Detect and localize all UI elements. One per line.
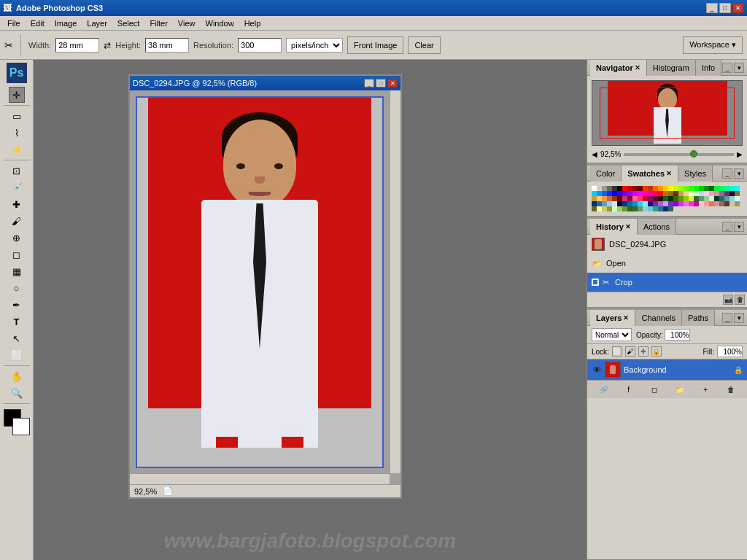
color-swatch-cell[interactable]: [719, 201, 724, 206]
color-swatch-cell[interactable]: [612, 201, 617, 206]
color-swatch-cell[interactable]: [617, 191, 622, 196]
nav-zoom-slider[interactable]: [624, 153, 734, 156]
swatches-panel-minimize[interactable]: _: [722, 168, 732, 179]
color-swatch-cell[interactable]: [714, 196, 719, 201]
color-swatch-cell[interactable]: [607, 186, 612, 191]
menu-help[interactable]: Help: [240, 18, 266, 29]
tab-info[interactable]: Info: [696, 60, 721, 76]
color-swatch-cell[interactable]: [648, 196, 653, 201]
swatches-panel-menu[interactable]: ▾: [734, 168, 744, 179]
color-swatch-cell[interactable]: [638, 201, 643, 206]
color-swatch-cell[interactable]: [632, 186, 638, 191]
color-swatch-cell[interactable]: [724, 186, 729, 191]
layer-item-background[interactable]: 👁 Background 🔒: [587, 359, 747, 380]
menu-image[interactable]: Image: [50, 18, 82, 29]
color-swatch-cell[interactable]: [668, 186, 673, 191]
color-swatch-cell[interactable]: [602, 201, 607, 206]
history-item-open[interactable]: 📂 Open: [587, 254, 747, 273]
eyedropper-tool[interactable]: 💉: [9, 179, 25, 195]
color-swatch-cell[interactable]: [658, 201, 663, 206]
navigator-panel-minimize[interactable]: _: [722, 63, 732, 73]
color-swatch-cell[interactable]: [632, 191, 638, 196]
color-swatch-cell[interactable]: [673, 186, 678, 191]
color-swatch-cell[interactable]: [597, 196, 602, 201]
color-swatch-cell[interactable]: [704, 186, 709, 191]
color-swatch-cell[interactable]: [699, 186, 704, 191]
color-swatch-cell[interactable]: [627, 191, 632, 196]
color-swatch-cell[interactable]: [658, 206, 663, 211]
minimize-button[interactable]: _: [706, 3, 718, 13]
path-select-tool[interactable]: ↖: [9, 330, 25, 346]
color-swatch-cell[interactable]: [684, 201, 689, 206]
color-swatch-cell[interactable]: [714, 201, 719, 206]
height-input[interactable]: [145, 38, 189, 52]
color-swatch-cell[interactable]: [724, 191, 729, 196]
layers-panel-minimize[interactable]: _: [722, 313, 732, 323]
color-swatch-cell[interactable]: [643, 196, 648, 201]
color-swatch-cell[interactable]: [663, 191, 668, 196]
tab-layers[interactable]: Layers ✕: [590, 310, 635, 326]
color-swatch-cell[interactable]: [592, 196, 597, 201]
color-swatch-cell[interactable]: [612, 206, 617, 211]
nav-zoom-in-icon[interactable]: ▶: [737, 150, 743, 158]
color-swatch-cell[interactable]: [632, 206, 638, 211]
color-swatch-cell[interactable]: [704, 196, 709, 201]
color-swatch-cell[interactable]: [643, 201, 648, 206]
color-swatch-cell[interactable]: [678, 186, 684, 191]
delete-layer-button[interactable]: 🗑: [724, 384, 738, 395]
color-swatch-cell[interactable]: [668, 206, 673, 211]
color-swatch-cell[interactable]: [648, 206, 653, 211]
color-swatch-cell[interactable]: [694, 186, 699, 191]
color-swatch-cell[interactable]: [735, 191, 740, 196]
color-swatch-cell[interactable]: [729, 186, 735, 191]
color-swatch-cell[interactable]: [735, 196, 740, 201]
lasso-tool[interactable]: ⌇: [9, 125, 25, 141]
color-swatch-cell[interactable]: [617, 201, 622, 206]
color-swatch-cell[interactable]: [689, 191, 694, 196]
menu-filter[interactable]: Filter: [145, 18, 171, 29]
history-tab-close[interactable]: ✕: [625, 223, 631, 230]
color-swatch-cell[interactable]: [627, 206, 632, 211]
color-swatch-cell[interactable]: [612, 196, 617, 201]
nav-zoom-thumb[interactable]: [690, 150, 697, 158]
color-swatch-cell[interactable]: [617, 196, 622, 201]
color-swatch-cell[interactable]: [735, 201, 740, 206]
gradient-tool[interactable]: ▦: [9, 263, 25, 279]
doc-close-button[interactable]: ✕: [387, 79, 398, 88]
navigator-panel-menu[interactable]: ▾: [734, 63, 744, 73]
color-swatch-cell[interactable]: [709, 196, 714, 201]
color-swatch-cell[interactable]: [597, 206, 602, 211]
color-swatch-cell[interactable]: [643, 186, 648, 191]
layers-tab-close[interactable]: ✕: [623, 314, 629, 322]
color-swatch-cell[interactable]: [658, 186, 663, 191]
color-swatch-cell[interactable]: [602, 206, 607, 211]
add-mask-button[interactable]: ◻: [648, 384, 661, 395]
opacity-input[interactable]: [665, 329, 690, 341]
color-swatch-cell[interactable]: [709, 191, 714, 196]
magic-wand-tool[interactable]: ⚡: [9, 141, 25, 158]
color-swatch-cell[interactable]: [729, 196, 735, 201]
tab-styles[interactable]: Styles: [678, 166, 713, 182]
color-swatch-cell[interactable]: [653, 191, 658, 196]
text-tool[interactable]: T: [9, 314, 25, 330]
color-swatch-cell[interactable]: [663, 186, 668, 191]
history-trash[interactable]: 🗑: [735, 295, 745, 305]
marquee-tool[interactable]: ▭: [9, 108, 25, 124]
front-image-button[interactable]: Front Image: [347, 36, 403, 54]
color-swatch-cell[interactable]: [622, 186, 627, 191]
color-swatch-cell[interactable]: [597, 186, 602, 191]
background-color[interactable]: [12, 418, 30, 435]
color-swatch-cell[interactable]: [735, 186, 740, 191]
color-swatch-cell[interactable]: [592, 186, 597, 191]
color-swatch-cell[interactable]: [663, 206, 668, 211]
color-swatch-cell[interactable]: [694, 201, 699, 206]
color-swatch-cell[interactable]: [694, 191, 699, 196]
layers-panel-menu[interactable]: ▾: [734, 313, 744, 323]
color-swatch-cell[interactable]: [694, 196, 699, 201]
color-swatch-cell[interactable]: [627, 186, 632, 191]
color-swatch-cell[interactable]: [699, 196, 704, 201]
color-swatch-cell[interactable]: [638, 191, 643, 196]
lock-pixels-button[interactable]: 🖌: [625, 346, 635, 357]
tab-swatches[interactable]: Swatches ✕: [622, 166, 678, 182]
fill-input[interactable]: [717, 346, 743, 357]
